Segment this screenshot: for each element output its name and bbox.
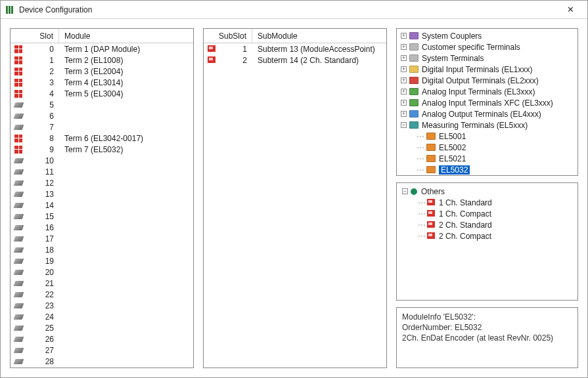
table-row[interactable]: 9Term 7 (EL5032) [11, 144, 193, 155]
tree-node[interactable]: ⋯EL5001 [398, 131, 577, 142]
tree-node[interactable]: ⋯1 Ch. Compact [401, 208, 575, 219]
tree-node[interactable]: +Digital Input Terminals (EL1xxx) [398, 64, 577, 75]
tree-node[interactable]: ⋯EL5032 [398, 164, 577, 175]
tree-node[interactable]: +Analog Output Terminals (EL4xxx) [398, 108, 577, 119]
table-row[interactable]: 22 [11, 289, 193, 300]
slot-number: 4 [26, 89, 59, 98]
tree-node[interactable]: +Digital Output Terminals (EL2xxx) [398, 75, 577, 86]
submodule-icon [204, 45, 219, 53]
close-button[interactable]: ✕ [557, 1, 583, 18]
tree-node[interactable]: +Customer specific Terminals [398, 41, 577, 52]
table-row[interactable]: 12 [11, 177, 193, 188]
others-box: −Others⋯1 Ch. Standard⋯1 Ch. Compact⋯2 C… [396, 182, 578, 301]
expand-icon[interactable]: + [399, 76, 408, 85]
table-row[interactable]: 7 [11, 121, 193, 133]
table-row[interactable]: 26 [11, 333, 193, 345]
table-row[interactable]: 5 [11, 99, 193, 110]
tree-node-label: Measuring Terminals (EL5xxx) [422, 121, 528, 130]
tree-connector: ⋯ [418, 232, 425, 241]
expand-icon[interactable]: + [399, 54, 408, 62]
table-row[interactable]: 14 [11, 200, 193, 211]
table-row[interactable]: 10 [11, 155, 193, 166]
table-row[interactable]: 3Term 4 (EL3014) [11, 77, 193, 88]
subslots-header-subslot[interactable]: SubSlot [219, 29, 252, 43]
table-row[interactable]: 17 [11, 233, 193, 244]
table-row[interactable]: 15 [11, 211, 193, 222]
expand-icon[interactable]: + [399, 110, 408, 118]
tree-node[interactable]: +System Couplers [398, 30, 577, 41]
others-tree[interactable]: −Others⋯1 Ch. Standard⋯1 Ch. Compact⋯2 C… [397, 183, 577, 244]
table-row[interactable]: 27 [11, 345, 193, 356]
slot-number: 14 [26, 201, 59, 210]
svg-rect-2 [11, 6, 13, 14]
table-row[interactable]: 21 [11, 278, 193, 289]
table-row[interactable]: 6 [11, 110, 193, 121]
slot-number: 3 [26, 78, 59, 87]
subslots-header-submodule[interactable]: SubModule [252, 29, 386, 43]
empty-slot-icon [11, 314, 26, 320]
expand-icon[interactable]: + [399, 98, 408, 107]
table-row[interactable]: 4Term 5 (EL3004) [11, 88, 193, 99]
table-row[interactable]: 18 [11, 244, 193, 255]
tree-node[interactable]: ⋯2 Ch. Compact [401, 230, 575, 242]
expand-icon[interactable]: − [401, 187, 409, 196]
table-row[interactable]: 20 [11, 266, 193, 278]
empty-slot-icon [11, 225, 26, 230]
folder-icon [409, 66, 418, 73]
expand-icon[interactable]: + [399, 43, 408, 51]
subslots-list[interactable]: 1Subterm 13 (ModuleAccessPoint)2Subterm … [204, 43, 386, 368]
module-name: Term 1 (DAP Module) [59, 45, 193, 54]
folder-icon [409, 54, 418, 62]
client-area: Slot Module 0Term 1 (DAP Module)1Term 2 … [1, 19, 587, 377]
slots-list[interactable]: 0Term 1 (DAP Module)1Term 2 (EL1008)2Ter… [11, 43, 193, 368]
table-row[interactable]: 28 [11, 356, 193, 367]
table-row[interactable]: 1Subterm 13 (ModuleAccessPoint) [204, 43, 386, 54]
table-row[interactable]: 1Term 2 (EL1008) [11, 54, 193, 66]
empty-slot-icon [11, 203, 26, 208]
expand-icon[interactable]: + [399, 65, 408, 74]
subslot-number: 2 [219, 56, 252, 65]
folder-icon [426, 155, 436, 162]
table-row[interactable]: 16 [11, 222, 193, 233]
catalog-tree[interactable]: +System Couplers+Customer specific Termi… [397, 29, 577, 175]
tree-node[interactable]: ⋯EL5021 [398, 153, 577, 164]
subslots-header-icon[interactable] [204, 29, 219, 43]
catalog-tree-box: +System Couplers+Customer specific Termi… [396, 28, 578, 176]
slots-header-slot[interactable]: Slot [26, 29, 59, 43]
submodule-icon [427, 210, 435, 218]
table-row[interactable]: 8Term 6 (EL3042-0017) [11, 133, 193, 144]
tree-node[interactable]: −Measuring Terminals (EL5xxx) [398, 119, 577, 131]
tree-node[interactable]: +System Terminals [398, 52, 577, 64]
others-item-label: 2 Ch. Standard [439, 220, 492, 230]
table-row[interactable]: 0Term 1 (DAP Module) [11, 43, 193, 54]
table-row[interactable]: 23 [11, 300, 193, 311]
table-row[interactable]: 2Subterm 14 (2 Ch. Standard) [204, 54, 386, 66]
slots-header-module[interactable]: Module [59, 29, 193, 43]
empty-slot-icon [11, 303, 26, 308]
expand-icon[interactable]: + [399, 87, 408, 96]
tree-node[interactable]: ⋯EL5002 [398, 142, 577, 153]
tree-node-label: Analog Output Terminals (EL4xxx) [422, 110, 541, 119]
module-name: Term 5 (EL3004) [59, 89, 193, 98]
slot-number: 9 [26, 145, 59, 154]
slots-panel: Slot Module 0Term 1 (DAP Module)1Term 2 … [10, 28, 194, 368]
slots-header-icon[interactable] [11, 29, 26, 43]
table-row[interactable]: 2Term 3 (EL2004) [11, 66, 193, 77]
tree-node[interactable]: −Others [401, 186, 575, 197]
svg-rect-1 [9, 6, 11, 14]
table-row[interactable]: 25 [11, 322, 193, 333]
tree-node[interactable]: ⋯2 Ch. Standard [401, 219, 575, 230]
expand-icon[interactable]: + [399, 32, 408, 40]
tree-connector: ⋯ [418, 209, 425, 219]
expand-icon[interactable]: − [399, 121, 408, 129]
tree-node[interactable]: +Analog Input Terminals XFC (EL3xxx) [398, 97, 577, 108]
table-row[interactable]: 11 [11, 166, 193, 177]
module-name: Term 4 (EL3014) [59, 78, 193, 87]
table-row[interactable]: 13 [11, 188, 193, 200]
tree-node[interactable]: +Analog Input Terminals (EL3xxx) [398, 86, 577, 97]
table-row[interactable]: 24 [11, 311, 193, 322]
table-row[interactable]: 19 [11, 255, 193, 266]
empty-slot-icon [11, 125, 26, 130]
tree-node[interactable]: ⋯1 Ch. Standard [401, 197, 575, 208]
tree-node-label: Analog Input Terminals XFC (EL3xxx) [422, 98, 553, 108]
